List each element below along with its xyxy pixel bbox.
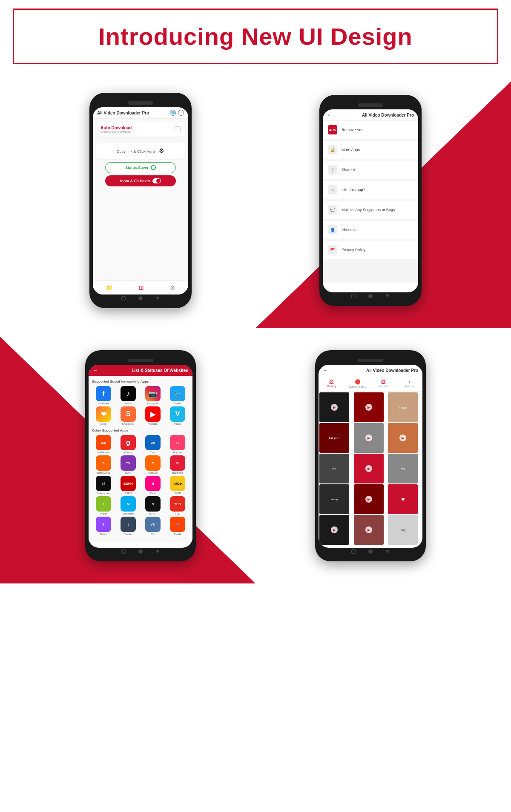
mxtakatak-label: MxTakatak — [98, 451, 110, 454]
phone-nav-2 — [323, 292, 418, 300]
status-saver-btn[interactable]: Status Saver — [105, 162, 176, 173]
gallery-thumb-15[interactable]: img — [388, 515, 418, 545]
menu-item-share[interactable]: ⤴ Share It — [323, 161, 418, 179]
app-flickr[interactable]: fl Flickr — [141, 476, 164, 495]
gallery-thumb-12[interactable]: ♥ — [388, 484, 418, 514]
auto-download-label: Auto Download — [100, 126, 132, 130]
app-9gag[interactable]: 9 9GAG — [141, 496, 164, 515]
app-twitch[interactable]: T Twitch — [92, 517, 115, 535]
9gag-label: 9GAG — [149, 512, 157, 515]
twitter-label: Twitter — [174, 402, 181, 405]
audios-tab-label: Audios — [405, 385, 414, 388]
phone-nav-4 — [319, 548, 422, 555]
tab-audios[interactable]: ♪ Audios — [396, 378, 422, 389]
mail-label: Mail Us Any Suggsions or Bugs — [342, 208, 395, 212]
app-gaana[interactable]: g Gaana — [117, 435, 140, 454]
app-espn[interactable]: ESPN ESPN — [117, 476, 140, 495]
settings-icon[interactable]: ⚙ — [170, 284, 175, 291]
globe-icon[interactable]: 🌐 — [170, 110, 176, 116]
igtv-label: IGTV — [125, 472, 131, 474]
gallery-thumb-10[interactable]: strong — [319, 484, 349, 514]
gallery-thumb-8[interactable]: ▶ — [354, 454, 384, 483]
gallery-thumb-11[interactable]: ▶ — [354, 484, 384, 514]
app-dailymotion[interactable]: d Dailymotion — [92, 476, 115, 495]
app-vimeo[interactable]: V Vimeo — [166, 406, 189, 425]
phone-notch-3 — [89, 356, 192, 365]
app-imgur[interactable]: i Imgur — [92, 496, 115, 515]
insta-fb-btn[interactable]: Insta & Fb Saver — [105, 175, 176, 186]
header-section: Introducing New UI Design — [13, 9, 498, 64]
other-apps-grid: MX MxTakatak g Gaana 20 20min R Roposo — [92, 435, 189, 535]
gallery-thumb-3[interactable]: image — [388, 392, 418, 422]
folder-icon[interactable]: 📁 — [106, 284, 113, 291]
app-buzzfeed[interactable]: B Buzzfeed — [166, 455, 189, 474]
app-mxtakatak[interactable]: MX MxTakatak — [92, 435, 115, 454]
app-igtv[interactable]: TV IGTV — [117, 455, 140, 474]
gallery-thumb-13[interactable]: ▶ — [319, 515, 349, 545]
likee-label: Likee — [100, 423, 106, 425]
auto-download-checkbox[interactable] — [175, 126, 181, 132]
for-you-text: for you — [328, 435, 340, 441]
app-twitter[interactable]: 🐦 Twitter — [166, 386, 189, 405]
screens-row-1: All Video Downloader Pro 🌐 ⋮ Auto Downlo… — [0, 73, 511, 328]
app-instagram[interactable]: 📷 Instagram — [141, 386, 164, 405]
menu-item-mail[interactable]: 💬 Mail Us Any Suggsions or Bugs — [323, 201, 418, 219]
copy-link-section[interactable]: Copy link & Click Here ⚙ — [96, 143, 185, 159]
phone-notch-1 — [93, 99, 188, 107]
gallery-thumb-6[interactable]: ▶ — [388, 423, 418, 453]
menu-item-privacy[interactable]: 🚩 Privacy Policy — [323, 241, 418, 259]
gallery-thumb-7[interactable]: text — [319, 454, 349, 483]
instagram-label: Instagram — [147, 402, 159, 405]
privacy-icon: 🚩 — [328, 245, 337, 254]
gallery-thumb-2[interactable]: ▶ — [354, 392, 384, 422]
about-icon: 👤 — [328, 225, 337, 234]
app-facebook[interactable]: f Facebook — [92, 386, 115, 405]
back-arrow-2[interactable]: ← — [327, 112, 332, 118]
audios-tab-icon: ♪ — [408, 379, 411, 384]
tab-status-gallery[interactable]: 🔴 Status Gall... — [344, 378, 370, 389]
app-header-1: All Video Downloader Pro 🌐 ⋮ — [93, 107, 188, 119]
app-likee[interactable]: ❤ Likee — [92, 406, 115, 425]
app-reddit[interactable]: 👾 Reddit — [166, 517, 189, 535]
gallery-thumb-9[interactable]: img — [388, 454, 418, 483]
app-header-2: ← All Video Downloader Pro — [323, 109, 418, 121]
app-youtube[interactable]: ▶ Youtube — [141, 406, 164, 425]
app-sharechat[interactable]: S ShareChat — [117, 406, 140, 425]
gallery-thumb-1[interactable]: ▶ — [319, 392, 349, 422]
gaana-label: Gaana — [124, 451, 132, 454]
app-snackvideo[interactable]: S SnackVideo — [92, 455, 115, 474]
back-arrow-4[interactable]: ← — [323, 367, 328, 373]
back-arrow-3[interactable]: ← — [93, 367, 98, 373]
gallery-grid: ▶ ▶ image for you ▶ ▶ — [319, 392, 422, 545]
status-saver-label: Status Saver — [125, 166, 149, 170]
ads-icon: ADS — [328, 125, 337, 134]
gallery-thumb-5[interactable]: ▶ — [354, 423, 384, 453]
grid-icon[interactable]: ⊞ — [139, 284, 144, 291]
app-20min[interactable]: 20 20min — [141, 435, 164, 454]
menu-icon[interactable]: ⋮ — [178, 110, 184, 116]
app-title-1: All Video Downloader Pro — [97, 111, 149, 115]
phone-notch-4 — [319, 356, 422, 365]
menu-item-like[interactable]: ☆ Like this app? — [323, 181, 418, 199]
app-roposo[interactable]: R Roposo — [166, 435, 189, 454]
vimeo-label: Vimeo — [174, 423, 181, 425]
menu-item-remove-ads[interactable]: ADS Remove Ads — [323, 121, 418, 139]
gallery-thumb-4[interactable]: for you — [319, 423, 349, 453]
phone-4: ← All Video Downloader Pro 🖼 Gallery 🔴 S… — [315, 350, 426, 561]
app-vk[interactable]: VK VK — [141, 517, 164, 535]
app-ted[interactable]: TED TED — [166, 496, 189, 515]
app-tumblr[interactable]: t Tumblr — [117, 517, 140, 535]
tab-gallery[interactable]: 🖼 Gallery — [319, 378, 344, 389]
gallery-tab-label: Gallery — [327, 385, 336, 388]
privacy-label: Privacy Policy — [342, 248, 365, 252]
menu-item-more-apps[interactable]: 🔒 More Apps — [323, 141, 418, 159]
app-tiktok[interactable]: ♪ TikTok — [117, 386, 140, 405]
app-mashable[interactable]: M Mashable — [117, 496, 140, 515]
menu-item-about[interactable]: 👤 About Us — [323, 221, 418, 239]
app-topbuzz[interactable]: T Topbuzz — [141, 455, 164, 474]
gallery-thumb-14[interactable]: ▶ — [354, 515, 384, 545]
app-imdb[interactable]: IMDb IMDB — [166, 476, 189, 495]
about-label: About Us — [342, 228, 357, 232]
tab-images[interactable]: 🖼 Images — [370, 378, 396, 389]
toggle-icon — [152, 178, 161, 183]
